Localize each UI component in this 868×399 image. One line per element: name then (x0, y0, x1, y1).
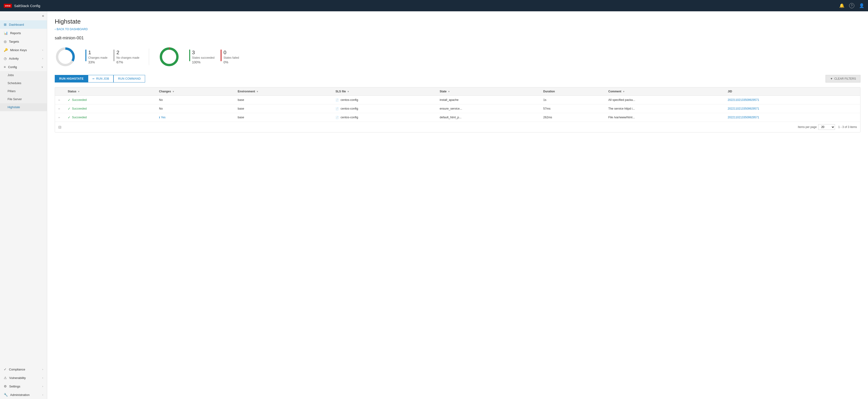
jid-link[interactable]: 20221102133509929571 (727, 107, 759, 110)
duration-cell: 57ms (540, 104, 605, 113)
layout: « ⊞ Dashboard 📊 Reports ◎ Targets 🔑 Mini… (0, 11, 868, 399)
status-succeeded: ✓ Succeeded (68, 107, 152, 110)
table-body: ›› ✓ Succeeded No base 📄 centos- (55, 96, 860, 122)
file-icon: 📄 (336, 99, 339, 101)
sidebar-item-config[interactable]: ≡ Config ∨ (0, 63, 47, 71)
table-footer-right: Items per page 20 10 50 100 1 - 3 of 3 i… (798, 124, 857, 130)
environment-cell: base (235, 96, 332, 104)
user-icon[interactable]: 👤 (859, 3, 864, 8)
jid-header-label: JID (727, 90, 732, 93)
comment-filter-icon[interactable]: ▼ (623, 90, 625, 93)
status-value: Succeeded (72, 116, 87, 119)
state-cell: default_html_p... (436, 113, 540, 122)
back-link-text: BACK TO DASHBOARD (57, 28, 88, 31)
chevron-right-icon: › (42, 48, 43, 52)
changes-bar (85, 49, 86, 61)
clear-filters-button[interactable]: ▼ CLEAR FILTERS (826, 75, 861, 82)
environment-cell: base (235, 104, 332, 113)
donut-svg-changes (55, 46, 76, 67)
no-changes-count: 2 (116, 49, 139, 56)
sls-filter-icon[interactable]: ▼ (347, 90, 349, 93)
vulnerability-icon: ⚠ (4, 376, 7, 380)
minion-keys-icon: 🔑 (4, 48, 8, 52)
col-expand (55, 88, 64, 96)
environment-cell: base (235, 113, 332, 122)
back-to-dashboard-link[interactable]: ‹ BACK TO DASHBOARD (55, 28, 861, 31)
dashboard-icon: ⊞ (4, 23, 7, 26)
succeeded-label: States succeeded (192, 56, 214, 59)
sls-file-cell: 📄 centos-config (332, 104, 436, 113)
items-per-page-select[interactable]: 20 10 50 100 (818, 124, 835, 130)
jid-link[interactable]: 20221102133509929571 (727, 98, 759, 102)
changes-header-label: Changes (159, 90, 171, 93)
sidebar-item-highstate[interactable]: Highstate (0, 103, 47, 111)
table-row: ›› ✓ Succeeded No base 📄 centos- (55, 104, 860, 113)
status-header-label: Status (68, 90, 76, 93)
status-filter-icon[interactable]: ▼ (78, 90, 80, 93)
changes-pct: 33% (88, 60, 107, 64)
config-icon: ≡ (4, 65, 6, 69)
expand-icon[interactable]: ›› (58, 107, 60, 110)
status-succeeded: ✓ Succeeded (68, 115, 152, 119)
state-cell: install_apache (436, 96, 540, 104)
pillars-label: Pillars (7, 90, 16, 93)
sls-file-header-label: SLS file (336, 90, 346, 93)
expand-icon[interactable]: ›› (58, 99, 60, 101)
action-buttons-left: RUN HIGHSTATE ✏ RUN JOB RUN COMMAND (55, 75, 145, 82)
failed-bar (221, 49, 221, 61)
comment-cell: The service httpd i... (605, 104, 724, 113)
sls-file-cell: 📄 centos-config (332, 113, 436, 122)
run-job-label: RUN JOB (96, 77, 109, 80)
sidebar-item-settings[interactable]: ⚙ Settings › (0, 382, 47, 391)
sidebar-collapse-button[interactable]: « (0, 11, 47, 20)
columns-icon[interactable]: ⊟ (58, 125, 61, 129)
col-status: Status ▼ (64, 88, 156, 96)
changes-cell: No (156, 104, 235, 113)
sidebar-item-label: Compliance (9, 368, 25, 371)
sidebar-item-label: Config (8, 65, 17, 69)
sidebar-item-file-server[interactable]: File Server (0, 95, 47, 103)
items-per-page-label: Items per page (798, 125, 817, 129)
sidebar-item-pillars[interactable]: Pillars (0, 87, 47, 95)
changes-filter-icon[interactable]: ▼ (172, 90, 175, 93)
sidebar-item-reports[interactable]: 📊 Reports (0, 29, 47, 37)
expand-icon[interactable]: ›› (58, 116, 60, 119)
run-command-button[interactable]: RUN COMMAND (114, 75, 145, 82)
sidebar-item-jobs[interactable]: Jobs (0, 71, 47, 79)
run-highstate-button[interactable]: RUN HIGHSTATE (55, 75, 88, 82)
duration-header-label: Duration (544, 90, 555, 93)
failed-pct: 0% (223, 60, 239, 64)
table-row: ›› ✓ Succeeded ℹ Yes (55, 113, 860, 122)
col-sls-file: SLS file ▼ (332, 88, 436, 96)
sidebar-item-dashboard[interactable]: ⊞ Dashboard (0, 20, 47, 29)
status-cell: ✓ Succeeded (64, 113, 156, 122)
jid-link[interactable]: 20221102133509929571 (727, 116, 759, 119)
jid-cell: 20221102133509929571 (724, 104, 860, 113)
notification-icon[interactable]: 🔔 (839, 3, 844, 8)
state-filter-icon[interactable]: ▼ (448, 90, 450, 93)
results-table: Status ▼ Changes ▼ Envir (55, 88, 860, 122)
help-icon[interactable]: ? (849, 3, 854, 8)
sidebar-item-label: Minion Keys (10, 48, 27, 52)
sidebar-item-targets[interactable]: ◎ Targets (0, 37, 47, 46)
sidebar-item-minion-keys[interactable]: 🔑 Minion Keys › (0, 46, 47, 54)
changes-cell: No (156, 96, 235, 104)
sidebar-item-label: Targets (9, 40, 19, 43)
file-icon: 📄 (336, 116, 339, 119)
succeeded-stat: 3 States succeeded 100% (192, 49, 214, 64)
sidebar-item-administration[interactable]: 🔧 Administration › (0, 391, 47, 399)
sidebar-item-schedules[interactable]: Schedules (0, 79, 47, 87)
run-job-button[interactable]: ✏ RUN JOB (88, 75, 114, 82)
sidebar-item-vulnerability[interactable]: ⚠ Vulnerability › (0, 373, 47, 382)
sidebar-item-activity[interactable]: ◷ Activity › (0, 54, 47, 63)
status-value: Succeeded (72, 98, 87, 102)
status-succeeded: ✓ Succeeded (68, 98, 152, 102)
sidebar-item-label: Activity (9, 57, 19, 60)
environment-filter-icon[interactable]: ▼ (256, 90, 258, 93)
main-content: Highstate ‹ BACK TO DASHBOARD salt-minio… (47, 11, 868, 399)
sls-file-value: centos-config (340, 116, 358, 119)
sidebar-item-label: Administration (10, 393, 30, 397)
sidebar-item-compliance[interactable]: ✓ Compliance › (0, 365, 47, 373)
administration-icon: 🔧 (4, 393, 8, 397)
stats-separator (149, 48, 149, 65)
